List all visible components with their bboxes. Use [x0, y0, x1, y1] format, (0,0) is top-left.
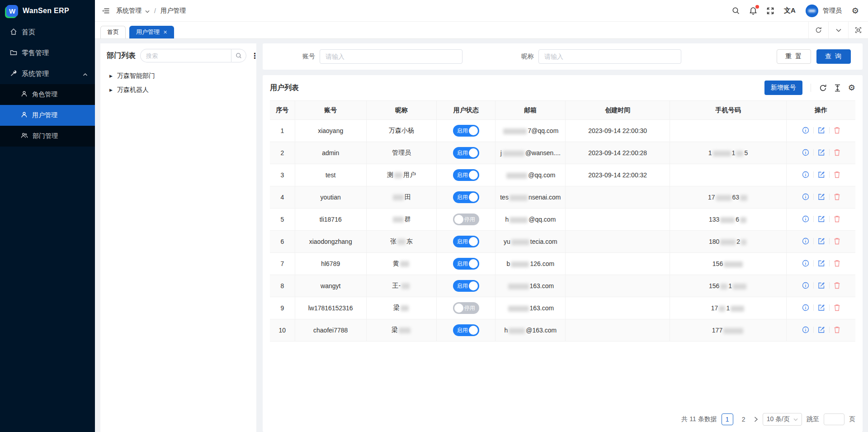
- divider: [813, 282, 814, 289]
- avatar[interactable]: [806, 5, 818, 17]
- status-toggle-on[interactable]: 启用: [453, 236, 479, 247]
- status-toggle-on[interactable]: 启用: [453, 125, 479, 137]
- fullscreen-icon[interactable]: [767, 7, 774, 14]
- edit-icon[interactable]: [818, 326, 825, 333]
- edit-icon[interactable]: [818, 237, 825, 245]
- page-button-2[interactable]: 2: [738, 413, 750, 425]
- current-user-name[interactable]: 管理员: [823, 7, 842, 15]
- nickname-filter-label: 昵称: [521, 52, 534, 61]
- home-icon: [10, 28, 17, 37]
- sidebar-item-user-mgmt[interactable]: 用户管理: [0, 105, 95, 126]
- caret-right-icon[interactable]: ▶: [109, 74, 113, 78]
- info-icon[interactable]: [802, 326, 809, 333]
- info-icon[interactable]: [802, 282, 809, 289]
- sidebar-item-role-mgmt[interactable]: 角色管理: [0, 84, 95, 105]
- sidebar-item-label: 零售管理: [22, 49, 49, 57]
- info-icon[interactable]: [802, 237, 809, 245]
- divider: [813, 304, 814, 311]
- tab-home[interactable]: 首页: [100, 26, 126, 38]
- edit-icon[interactable]: [818, 260, 825, 267]
- status-toggle-on[interactable]: 启用: [453, 191, 479, 203]
- delete-icon[interactable]: [834, 326, 840, 333]
- delete-icon[interactable]: [834, 193, 840, 200]
- table-row: 6xiaodongzhang张东启用yutecia.com1802: [270, 231, 855, 253]
- page-button-1[interactable]: 1: [722, 413, 733, 425]
- sidebar-item-retail[interactable]: 零售管理: [0, 43, 95, 63]
- search-button[interactable]: 查 询: [816, 49, 851, 64]
- chevron-down-icon[interactable]: [828, 22, 848, 38]
- tree-item-dept-2[interactable]: ▶ 万森机器人: [107, 83, 250, 97]
- sidebar-item-home[interactable]: 首页: [0, 22, 95, 43]
- edit-icon[interactable]: [818, 282, 825, 289]
- info-icon[interactable]: [802, 149, 809, 156]
- delete-icon[interactable]: [834, 260, 840, 267]
- status-toggle-on[interactable]: 启用: [453, 169, 479, 181]
- menu-fold-icon[interactable]: [102, 7, 110, 14]
- maximize-icon[interactable]: [848, 22, 868, 38]
- edit-icon[interactable]: [818, 304, 825, 311]
- status-toggle-on[interactable]: 启用: [453, 258, 479, 270]
- info-icon[interactable]: [802, 215, 809, 223]
- redacted-text: [719, 306, 725, 312]
- cell-index: 4: [270, 186, 295, 209]
- info-icon[interactable]: [802, 304, 809, 311]
- cell-index: 9: [270, 297, 295, 319]
- jump-page-input[interactable]: [824, 413, 844, 425]
- delete-icon[interactable]: [834, 171, 840, 178]
- caret-right-icon[interactable]: ▶: [109, 88, 113, 92]
- tree-item-dept-1[interactable]: ▶ 万森智能部门: [107, 69, 250, 83]
- delete-icon[interactable]: [834, 282, 840, 289]
- account-filter-input[interactable]: [320, 49, 462, 64]
- status-toggle-off[interactable]: 停用: [453, 214, 479, 225]
- edit-icon[interactable]: [818, 127, 825, 134]
- edit-icon[interactable]: [818, 215, 825, 223]
- brand-logo-icon: W: [6, 5, 18, 17]
- status-toggle-on[interactable]: 启用: [453, 147, 479, 159]
- delete-icon[interactable]: [834, 127, 840, 134]
- info-icon[interactable]: [802, 260, 809, 267]
- close-icon[interactable]: ✕: [163, 29, 167, 35]
- cell-nickname: 张东: [366, 231, 436, 253]
- cell-phone: [670, 164, 786, 186]
- delete-icon[interactable]: [834, 304, 840, 311]
- search-icon[interactable]: [732, 7, 740, 14]
- next-page-icon[interactable]: [754, 417, 758, 422]
- gear-icon[interactable]: ⚙: [852, 7, 859, 15]
- bell-icon[interactable]: [750, 7, 757, 15]
- info-icon[interactable]: [802, 193, 809, 200]
- row-height-icon[interactable]: [834, 84, 841, 92]
- more-options-icon[interactable]: ⋮: [251, 52, 259, 60]
- cell-actions: [787, 319, 855, 342]
- breadcrumb-section[interactable]: 系统管理: [116, 7, 142, 15]
- department-search-button[interactable]: [231, 49, 246, 62]
- info-icon[interactable]: [802, 127, 809, 134]
- col-header-actions: 操作: [787, 101, 855, 120]
- delete-icon[interactable]: [834, 149, 840, 156]
- sidebar-item-system[interactable]: 系统管理: [0, 63, 95, 84]
- status-toggle-off[interactable]: 停用: [453, 302, 479, 314]
- nickname-filter-input[interactable]: [538, 49, 681, 64]
- page-size-select[interactable]: 10 条/页: [763, 413, 802, 426]
- delete-icon[interactable]: [834, 215, 840, 223]
- department-search-input[interactable]: [140, 49, 231, 62]
- reset-button[interactable]: 重 置: [777, 49, 811, 64]
- info-icon[interactable]: [802, 171, 809, 178]
- cell-phone: 177: [670, 319, 786, 342]
- sidebar-item-dept-mgmt[interactable]: 部门管理: [0, 126, 95, 147]
- refresh-icon[interactable]: [808, 22, 828, 38]
- edit-icon[interactable]: [818, 171, 825, 178]
- status-toggle-on[interactable]: 启用: [453, 324, 479, 336]
- translate-icon[interactable]: 文A: [784, 6, 796, 15]
- tab-user-mgmt[interactable]: 用户管理 ✕: [129, 26, 174, 38]
- status-toggle-on[interactable]: 启用: [453, 280, 479, 292]
- delete-icon[interactable]: [834, 237, 840, 245]
- logo-row: W WanSen ERP: [0, 0, 95, 22]
- add-account-button[interactable]: 新增账号: [764, 81, 802, 95]
- redacted-text: [509, 195, 528, 201]
- redacted-text: [720, 284, 727, 290]
- edit-icon[interactable]: [818, 193, 825, 200]
- refresh-icon[interactable]: [819, 84, 827, 92]
- edit-icon[interactable]: [818, 149, 825, 156]
- gear-icon[interactable]: ⚙: [848, 84, 855, 92]
- cell-phone: 1802: [670, 231, 786, 253]
